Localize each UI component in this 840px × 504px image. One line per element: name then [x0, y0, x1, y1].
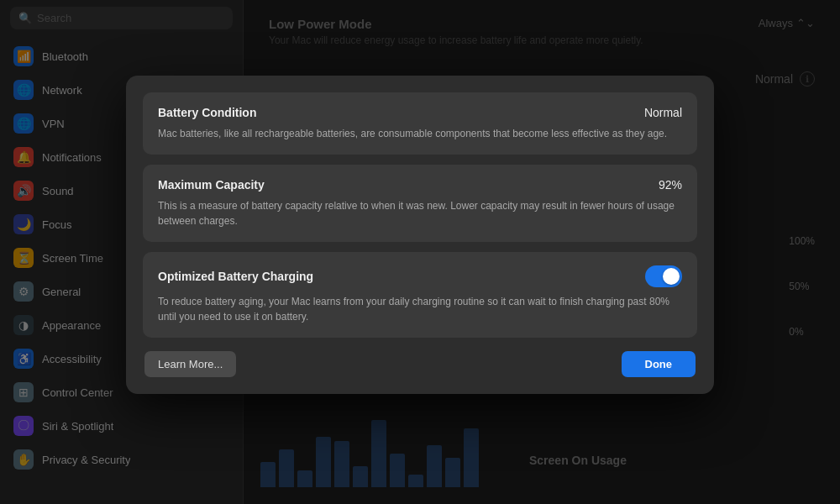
maximum-capacity-card: Maximum Capacity 92% This is a measure o…	[143, 165, 697, 242]
maximum-capacity-title: Maximum Capacity	[158, 178, 265, 192]
modal-footer: Learn More... Done	[143, 351, 697, 377]
maximum-capacity-value: 92%	[659, 178, 682, 192]
battery-condition-card: Battery Condition Normal Mac batteries, …	[143, 92, 697, 155]
done-button[interactable]: Done	[622, 351, 696, 377]
battery-condition-header: Battery Condition Normal	[158, 106, 682, 119]
battery-condition-title: Battery Condition	[158, 106, 256, 119]
optimized-charging-card: Optimized Battery Charging To reduce bat…	[143, 252, 697, 338]
maximum-capacity-header: Maximum Capacity 92%	[158, 178, 682, 192]
optimized-charging-title: Optimized Battery Charging	[158, 270, 313, 283]
battery-condition-description: Mac batteries, like all rechargeable bat…	[158, 126, 682, 141]
battery-condition-value: Normal	[644, 106, 682, 119]
maximum-capacity-description: This is a measure of battery capacity re…	[158, 198, 682, 228]
optimized-charging-description: To reduce battery aging, your Mac learns…	[158, 294, 682, 324]
learn-more-button[interactable]: Learn More...	[144, 351, 236, 377]
optimized-charging-header: Optimized Battery Charging	[158, 265, 682, 287]
optimized-charging-toggle[interactable]	[645, 265, 682, 287]
battery-info-modal: Battery Condition Normal Mac batteries, …	[126, 76, 714, 394]
